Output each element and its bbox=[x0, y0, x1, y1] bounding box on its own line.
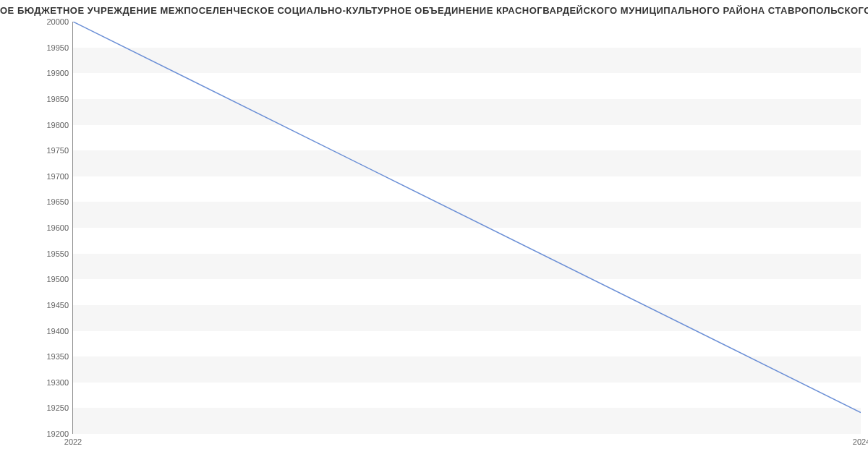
y-tick-label: 19250 bbox=[46, 403, 69, 412]
y-tick-label: 19750 bbox=[46, 146, 69, 155]
y-tick-label: 19850 bbox=[46, 95, 69, 103]
chart-title: ОЕ БЮДЖЕТНОЕ УЧРЕЖДЕНИЕ МЕЖПОСЕЛЕНЧЕСКОЕ… bbox=[0, 5, 868, 16]
y-tick-label: 19950 bbox=[46, 43, 69, 52]
y-tick-label: 19500 bbox=[46, 275, 69, 283]
y-tick-label: 19700 bbox=[46, 172, 69, 181]
y-tick-label: 19450 bbox=[46, 301, 69, 309]
y-tick-label: 19650 bbox=[46, 197, 69, 206]
y-tick-label: 19400 bbox=[46, 327, 69, 336]
chart-container: 1920019250193001935019400194501950019550… bbox=[72, 22, 861, 434]
y-tick-label: 19550 bbox=[46, 249, 69, 258]
x-tick-label: 2022 bbox=[64, 437, 82, 446]
y-tick-label: 19350 bbox=[46, 352, 69, 361]
y-tick-label: 19600 bbox=[46, 223, 69, 232]
plot-area: 1920019250193001935019400194501950019550… bbox=[72, 22, 861, 434]
y-tick-label: 19800 bbox=[46, 121, 69, 129]
y-tick-label: 19900 bbox=[46, 69, 69, 77]
x-tick-label: 2024 bbox=[853, 437, 868, 446]
y-tick-label: 20000 bbox=[46, 17, 69, 26]
y-tick-label: 19300 bbox=[46, 378, 69, 387]
line-series bbox=[73, 22, 861, 433]
